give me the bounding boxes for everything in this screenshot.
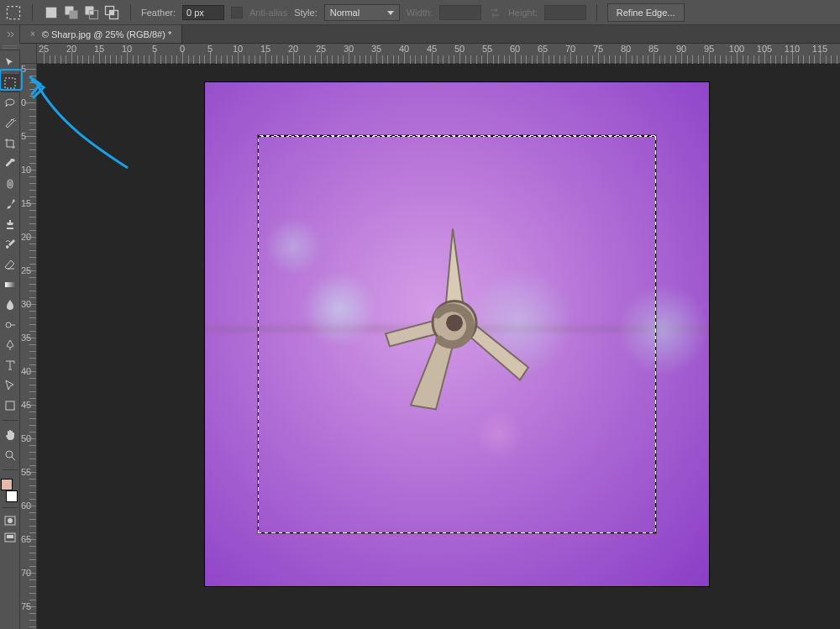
selection-subtract-icon[interactable] [83, 4, 100, 21]
close-tab-icon[interactable]: × [30, 29, 35, 39]
marquee-tool-preset-icon[interactable] [5, 4, 22, 21]
panel-collapse-toggle[interactable] [0, 25, 20, 44]
toolbox-separator [3, 420, 18, 421]
selection-mode-group [43, 4, 120, 21]
ruler-label: 60 [510, 44, 520, 54]
pen-tool[interactable] [1, 336, 19, 354]
ruler-label: 75 [21, 601, 31, 611]
svg-rect-1 [46, 7, 57, 18]
eraser-tool[interactable] [1, 255, 19, 274]
eyedropper-tool[interactable] [1, 155, 19, 173]
healing-brush-tool[interactable] [1, 175, 19, 193]
ruler-label: 5 [152, 44, 157, 54]
move-tool[interactable] [1, 54, 19, 72]
ruler-label: 65 [21, 534, 31, 544]
canvas-area[interactable] [37, 64, 840, 629]
svg-rect-18 [7, 535, 13, 538]
style-value: Normal [330, 8, 360, 18]
brush-tool[interactable] [1, 195, 19, 213]
selection-new-icon[interactable] [43, 4, 60, 21]
selection-marquee[interactable] [258, 135, 656, 533]
svg-rect-0 [8, 6, 20, 18]
screen-mode-toggle[interactable] [1, 530, 19, 545]
selection-add-icon[interactable] [63, 4, 80, 21]
ruler-label: 115 [812, 44, 827, 54]
document-tab-bar: × © Sharp.jpg @ 25% (RGB/8#) * [20, 25, 840, 44]
ruler-label: 45 [427, 44, 437, 54]
svg-rect-9 [5, 78, 15, 88]
color-swatches[interactable] [1, 479, 19, 502]
ruler-label: 40 [399, 44, 409, 54]
ruler-label: 100 [729, 44, 744, 54]
vertical-ruler[interactable]: 505101520253035404550556065707580 [20, 64, 37, 629]
lasso-tool[interactable] [1, 94, 19, 113]
ruler-label: 35 [371, 44, 381, 54]
quick-mask-toggle[interactable] [1, 513, 19, 528]
ruler-label: 25 [21, 265, 31, 275]
ruler-origin[interactable] [20, 44, 37, 64]
ruler-label: 25 [316, 44, 326, 54]
ruler-label: 70 [21, 568, 31, 578]
divider [130, 4, 131, 21]
width-label: Width: [407, 8, 433, 18]
divider [32, 4, 33, 21]
ruler-label: 5 [21, 131, 26, 141]
ruler-label: 105 [757, 44, 772, 54]
ruler-label: 0 [21, 97, 26, 107]
horizontal-ruler[interactable]: 2520151050510152025303540455055606570758… [37, 44, 840, 64]
ruler-label: 15 [94, 44, 104, 54]
zoom-tool[interactable] [1, 446, 19, 464]
ruler-label: 20 [21, 232, 31, 242]
shape-tool[interactable] [1, 396, 19, 415]
blur-tool[interactable] [1, 296, 19, 314]
ruler-label: 30 [21, 299, 31, 309]
anti-alias-checkbox [231, 7, 243, 18]
toolbox-separator [3, 469, 18, 470]
toolbox [0, 50, 20, 629]
ruler-label: 5 [207, 44, 213, 54]
history-brush-tool[interactable] [1, 235, 19, 254]
ruler-label: 65 [538, 44, 548, 54]
feather-label: Feather: [141, 8, 176, 18]
hand-tool[interactable] [1, 426, 19, 444]
toolbox-grip[interactable] [0, 44, 20, 50]
document-canvas[interactable] [205, 82, 709, 586]
height-input [544, 5, 586, 20]
ruler-label: 60 [21, 501, 31, 511]
foreground-color-swatch[interactable] [1, 479, 13, 490]
marquee-tool[interactable] [1, 74, 19, 92]
type-tool[interactable] [1, 356, 19, 375]
options-bar: Feather: Anti-alias Style: Normal Width:… [0, 0, 840, 25]
gradient-tool[interactable] [1, 275, 19, 294]
dodge-tool[interactable] [1, 316, 19, 334]
selection-intersect-icon[interactable] [103, 4, 120, 21]
ruler-label: 10 [233, 44, 243, 54]
crop-tool[interactable] [1, 134, 19, 153]
ruler-label: 50 [454, 44, 465, 54]
style-select[interactable]: Normal [324, 4, 400, 21]
magic-wand-tool[interactable] [1, 114, 19, 133]
ruler-label: 15 [260, 44, 270, 54]
ruler-label: 25 [39, 44, 49, 54]
ruler-label: 75 [593, 44, 603, 54]
ruler-label: 10 [21, 165, 31, 175]
ruler-label: 35 [21, 333, 31, 343]
ruler-label: 20 [288, 44, 298, 54]
height-label: Height: [508, 8, 538, 18]
swap-dimensions-icon [488, 6, 501, 19]
ruler-label: 110 [785, 44, 800, 54]
document-tab[interactable]: × © Sharp.jpg @ 25% (RGB/8#) * [20, 25, 182, 43]
anti-alias-label: Anti-alias [249, 8, 287, 18]
background-color-swatch[interactable] [6, 490, 18, 502]
clone-stamp-tool[interactable] [1, 215, 19, 233]
svg-rect-8 [110, 10, 114, 14]
document-tab-title: © Sharp.jpg @ 25% (RGB/8#) * [42, 29, 171, 39]
ruler-label: 90 [676, 44, 686, 54]
ruler-label: 55 [21, 467, 31, 477]
svg-point-16 [8, 518, 13, 523]
ruler-label: 5 [21, 64, 26, 74]
path-selection-tool[interactable] [1, 376, 19, 395]
feather-input[interactable] [182, 5, 224, 20]
refine-edge-button[interactable]: Refine Edge... [607, 3, 685, 22]
style-label: Style: [294, 8, 318, 18]
